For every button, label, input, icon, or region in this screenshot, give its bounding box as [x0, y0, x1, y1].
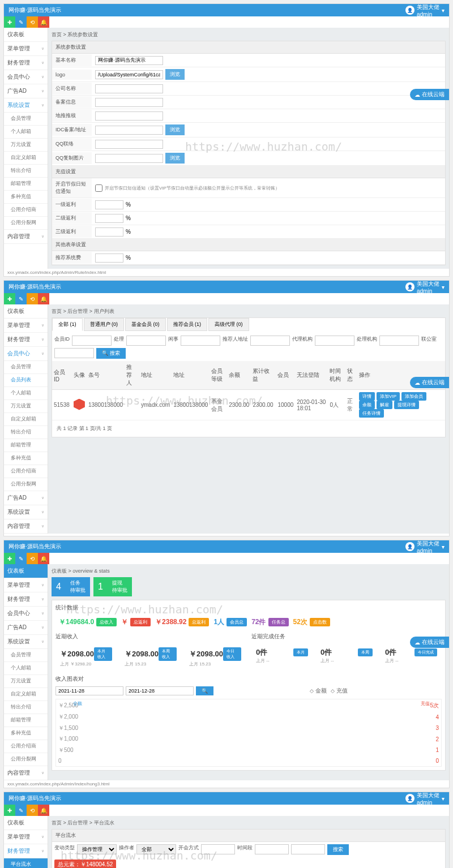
sidebar-subitem[interactable]: 自定义邮箱 — [4, 152, 48, 165]
search-icon[interactable]: 🔍 — [196, 686, 213, 695]
sidebar-item[interactable]: 广告AD∨ — [4, 621, 48, 635]
sidebar-item[interactable]: 仪表板 — [4, 564, 48, 578]
sidebar-item[interactable]: 会员中心∨ — [4, 70, 48, 84]
search-input[interactable] — [72, 336, 112, 346]
sidebar-item[interactable]: 财务管理∨ — [4, 592, 48, 607]
toolbar-btn-1[interactable]: ✚ — [4, 16, 15, 28]
sidebar-subitem[interactable]: 公用分裂网 — [4, 753, 48, 766]
action-button[interactable]: 详情 — [359, 392, 375, 401]
sidebar-subitem[interactable]: 公用介绍商 — [4, 740, 48, 753]
stat-tile[interactable]: 4任务待审批 — [52, 577, 90, 596]
search-button[interactable]: 搜索 — [327, 844, 349, 855]
action-button[interactable]: 解雇 — [377, 401, 392, 409]
fee-input[interactable] — [95, 253, 123, 263]
sidebar-subitem[interactable]: 自定义邮箱 — [4, 413, 48, 426]
sidebar-subitem[interactable]: 多种充值 — [4, 452, 48, 465]
browse-button[interactable]: 浏览 — [165, 153, 185, 164]
sidebar-subitem[interactable]: 邮箱管理 — [4, 714, 48, 727]
sidebar-subitem[interactable]: 会员列表 — [4, 374, 48, 387]
form-input[interactable] — [95, 84, 163, 93]
filter-operator[interactable]: 全部 — [136, 844, 176, 854]
browse-button[interactable]: 浏览 — [165, 69, 185, 80]
search-input[interactable] — [181, 336, 220, 346]
sidebar-item[interactable]: 广告AD∨ — [4, 84, 48, 98]
sidebar-item[interactable]: 内容管理∨ — [4, 230, 48, 244]
sidebar-item[interactable]: 会员中心∨ — [4, 607, 48, 621]
sidebar-item[interactable]: 菜单管理∨ — [4, 830, 48, 844]
float-cloud-btn[interactable]: ☁在线云端 — [410, 377, 449, 388]
sidebar-subitem[interactable]: 公用分裂网 — [4, 217, 48, 230]
form-input[interactable] — [95, 56, 163, 65]
user-menu[interactable]: 👤 美国大佬admin ▾ — [405, 3, 445, 18]
sidebar-subitem[interactable]: 个人邮箱 — [4, 662, 48, 675]
search-input[interactable] — [250, 336, 290, 346]
sidebar-subitem[interactable]: 转出介绍 — [4, 701, 48, 714]
sidebar-subitem[interactable]: 多种充值 — [4, 727, 48, 740]
toolbar-btn-3[interactable]: ⟲ — [27, 16, 38, 28]
sidebar-item[interactable]: 内容管理∨ — [4, 766, 48, 780]
rate-input[interactable] — [95, 227, 123, 237]
sidebar-subitem[interactable]: 公用分裂网 — [4, 478, 48, 491]
tab[interactable]: 高级代理 (0) — [208, 318, 249, 331]
sidebar-subitem[interactable]: 个人邮箱 — [4, 126, 48, 139]
sidebar-subitem[interactable]: 会员管理 — [4, 649, 48, 662]
sidebar-subitem[interactable]: 转出介绍 — [4, 426, 48, 439]
date-from[interactable] — [55, 686, 123, 695]
sidebar-subitem[interactable]: 万元设置 — [4, 139, 48, 152]
sidebar-item[interactable]: 菜单管理∨ — [4, 578, 48, 592]
sidebar-subitem[interactable]: 万元设置 — [4, 675, 48, 688]
tab[interactable]: 基金会员 (0) — [125, 318, 166, 331]
sidebar-subitem[interactable]: 万元设置 — [4, 400, 48, 413]
form-input[interactable] — [95, 154, 163, 163]
toolbar-btn-2[interactable]: ✎ — [15, 16, 27, 28]
sidebar-subitem[interactable]: 多种充值 — [4, 191, 48, 204]
sidebar-item[interactable]: 内容管理∨ — [4, 519, 48, 534]
tab[interactable]: 推荐会员 (1) — [167, 318, 208, 331]
sidebar-item[interactable]: 广告AD∨ — [4, 491, 48, 505]
sidebar-item[interactable]: 仪表板 — [4, 28, 48, 42]
form-input[interactable] — [95, 70, 163, 79]
action-button[interactable]: 提现详情 — [394, 401, 419, 409]
sidebar-subitem[interactable]: 会员管理 — [4, 113, 48, 126]
user-menu[interactable]: 👤美国大佬admin▾ — [405, 280, 445, 294]
sidebar-item[interactable]: 系统设置∨ — [4, 635, 48, 649]
form-input[interactable] — [95, 98, 163, 107]
sidebar-subitem[interactable]: 转出介绍 — [4, 165, 48, 178]
date-to[interactable] — [126, 686, 194, 695]
sidebar-subitem[interactable]: 个人邮箱 — [4, 387, 48, 400]
sidebar-item[interactable]: 仪表板 — [4, 304, 48, 319]
sidebar-item[interactable]: 菜单管理∨ — [4, 42, 48, 56]
rate-input[interactable] — [95, 214, 123, 223]
search-input[interactable] — [379, 336, 419, 346]
form-input[interactable] — [95, 140, 163, 149]
sidebar-item[interactable]: 财务管理∨ — [4, 844, 48, 858]
sidebar-item[interactable]: 系统设置∨ — [4, 98, 48, 113]
action-button[interactable]: 任务详情 — [359, 409, 384, 418]
float-cloud-btn[interactable]: ☁在线云端 — [410, 89, 449, 100]
sidebar-subitem[interactable]: 平台流水 — [4, 858, 48, 868]
action-button[interactable]: 添加会员 — [401, 392, 426, 401]
toolbar-btn-4[interactable]: 🔔 — [38, 16, 49, 28]
sidebar-subitem[interactable]: 会员管理 — [4, 361, 48, 374]
checkbox-vip-notify[interactable] — [95, 184, 102, 192]
sidebar-item[interactable]: 系统设置∨ — [4, 505, 48, 519]
sidebar-subitem[interactable]: 邮箱管理 — [4, 178, 48, 191]
search-button[interactable]: 🔍 搜索 — [96, 348, 126, 359]
filter-method[interactable] — [201, 844, 235, 854]
action-button[interactable]: 余额 — [359, 401, 375, 409]
tab[interactable]: 普通用户 (0) — [84, 318, 125, 331]
search-input[interactable] — [315, 336, 354, 346]
sidebar-item[interactable]: 菜单管理∨ — [4, 319, 48, 333]
filter-type[interactable]: 操作管理 — [77, 844, 117, 854]
sidebar-item[interactable]: 财务管理∨ — [4, 333, 48, 347]
action-button[interactable]: 添加VIP — [377, 392, 400, 401]
stat-tile[interactable]: 1提现待审批 — [93, 577, 132, 596]
tab-header[interactable]: 系统参数设置 — [52, 41, 445, 54]
filter-date-to[interactable] — [291, 844, 325, 854]
tab[interactable]: 全部 (1) — [52, 318, 83, 331]
sidebar-item[interactable]: 仪表板 — [4, 816, 48, 830]
sidebar-subitem[interactable]: 公用介绍商 — [4, 204, 48, 217]
browse-button[interactable]: 浏览 — [165, 124, 185, 135]
filter-date-from[interactable] — [255, 844, 289, 854]
search-input[interactable] — [126, 336, 166, 346]
